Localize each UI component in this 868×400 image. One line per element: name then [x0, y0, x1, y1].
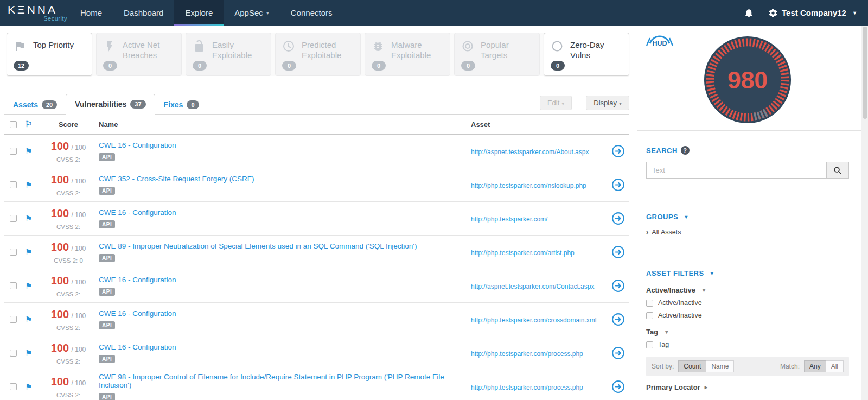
- filter-group-label[interactable]: Tag ▾: [646, 328, 849, 336]
- filter-group-label[interactable]: Active/Inactive ▾: [646, 286, 849, 294]
- cvss-label: CVSS 2:: [38, 325, 99, 331]
- risk-meter-card[interactable]: Malware Exploitable 0: [365, 33, 450, 76]
- asset-link[interactable]: http://php.testsparker.com/process.php: [471, 384, 583, 391]
- nav-item[interactable]: Explore: [174, 0, 224, 26]
- risk-meter-card[interactable]: Popular Targets 0: [454, 33, 540, 76]
- open-detail-arrow-icon[interactable]: [611, 313, 625, 326]
- card-count-badge: 0: [551, 61, 565, 71]
- risk-meter-card[interactable]: Active Net Breaches 0: [96, 33, 182, 76]
- flag-icon[interactable]: ⚑: [20, 247, 38, 257]
- row-checkbox[interactable]: [10, 148, 17, 155]
- asset-filters-label[interactable]: ASSET FILTERS ▾: [646, 269, 849, 277]
- table-row: ⚑ 100 / 100 CVSS 2: CWE 16 - Configurati…: [4, 202, 629, 236]
- svg-text:HUD: HUD: [652, 40, 667, 47]
- vulnerability-link[interactable]: CWE 16 - Configuration: [99, 141, 465, 149]
- flag-icon[interactable]: ⚑: [20, 180, 38, 190]
- risk-meter-card[interactable]: Predicted Exploitable 0: [275, 33, 361, 76]
- group-item[interactable]: › All Assets: [646, 228, 849, 236]
- flag-icon[interactable]: ⚑: [20, 382, 38, 392]
- tab[interactable]: Vulnerabilities 37: [66, 94, 155, 115]
- asset-link[interactable]: http://aspnet.testsparker.com/About.aspx: [471, 148, 589, 156]
- tab[interactable]: Fixes 0: [155, 95, 208, 115]
- match-option-button[interactable]: All: [826, 360, 844, 372]
- expandable-filter-link[interactable]: Primary Locator ▸: [646, 383, 849, 391]
- flag-icon[interactable]: ⚑: [20, 147, 38, 156]
- chevron-down-icon: ▾: [685, 214, 688, 220]
- search-input[interactable]: [646, 162, 826, 179]
- nav-item[interactable]: AppSec ▾: [224, 0, 280, 26]
- chevron-right-icon: ▸: [705, 384, 708, 391]
- kenna-logo[interactable]: KΞNNA Security: [0, 0, 69, 26]
- sort-option-button[interactable]: Name: [706, 360, 734, 372]
- nav-item[interactable]: Home: [69, 0, 113, 26]
- asset-link[interactable]: http://php.testsparker.com/crossdomain.x…: [471, 316, 596, 324]
- asset-link[interactable]: http://aspnet.testsparker.com/Contact.as…: [471, 283, 594, 290]
- asset-link[interactable]: http://php.testsparker.com/: [471, 215, 547, 223]
- display-button[interactable]: Display▾: [586, 96, 629, 110]
- help-icon[interactable]: ?: [681, 146, 690, 155]
- risk-meter-card[interactable]: Top Priority 12: [7, 33, 92, 76]
- vulnerability-link[interactable]: CWE 352 - Cross-Site Request Forgery (CS…: [99, 175, 465, 183]
- asset-link[interactable]: http://php.testsparker.com/artist.php: [471, 249, 575, 257]
- gear-icon: [768, 8, 778, 18]
- row-checkbox[interactable]: [10, 181, 17, 188]
- row-checkbox[interactable]: [10, 249, 17, 256]
- scrollbar-thumb[interactable]: [863, 27, 867, 119]
- open-detail-arrow-icon[interactable]: [611, 212, 625, 225]
- asset-link[interactable]: http://php.testsparker.com/nslookup.php: [471, 182, 586, 189]
- account-menu[interactable]: Test Company12 ▾: [768, 8, 856, 18]
- risk-score: 100: [51, 308, 69, 320]
- vulnerability-link[interactable]: CWE 16 - Configuration: [99, 276, 465, 284]
- row-checkbox[interactable]: [10, 316, 17, 323]
- risk-score-gauge[interactable]: 980: [646, 33, 849, 125]
- row-checkbox[interactable]: [10, 215, 17, 222]
- filter-group: Active/Inactive ▾ Active/Inactive Active…: [646, 286, 849, 319]
- vulnerability-link[interactable]: CWE 89 - Improper Neutralization of Spec…: [99, 242, 465, 250]
- row-checkbox[interactable]: [10, 383, 17, 390]
- filter-checkbox[interactable]: [646, 300, 653, 307]
- nav-item[interactable]: Dashboard: [113, 0, 174, 26]
- risk-score: 100: [51, 174, 69, 186]
- flag-icon[interactable]: ⚑: [20, 281, 38, 291]
- unlock-icon: [193, 40, 206, 53]
- open-detail-arrow-icon[interactable]: [611, 346, 625, 360]
- vertical-scrollbar[interactable]: [861, 26, 868, 400]
- sort-option-button[interactable]: Count: [678, 360, 706, 372]
- flag-icon[interactable]: ⚑: [20, 315, 38, 325]
- flag-column-icon[interactable]: ⚐: [20, 119, 38, 129]
- risk-meter-card[interactable]: Zero-Day Vulns 0: [544, 33, 629, 76]
- card-count-badge: 0: [461, 61, 475, 71]
- tab[interactable]: Assets 20: [4, 95, 66, 115]
- api-tag-badge: API: [99, 254, 115, 262]
- vulnerability-link[interactable]: CWE 16 - Configuration: [99, 208, 465, 217]
- hud-logo[interactable]: HUD: [645, 32, 674, 50]
- nav-item[interactable]: Connectors: [280, 0, 343, 26]
- risk-meter-card[interactable]: Easily Exploitable 0: [186, 33, 271, 76]
- open-detail-arrow-icon[interactable]: [611, 380, 625, 393]
- open-detail-arrow-icon[interactable]: [611, 279, 625, 293]
- bell-icon[interactable]: [744, 8, 754, 18]
- open-detail-arrow-icon[interactable]: [611, 245, 625, 259]
- row-checkbox[interactable]: [10, 350, 17, 357]
- cvss-label: CVSS 2: 0: [38, 257, 99, 264]
- cvss-label: CVSS 2:: [38, 291, 99, 297]
- edit-button[interactable]: Edit▾: [540, 96, 572, 110]
- vulnerability-link[interactable]: CWE 98 - Improper Control of Filename fo…: [99, 373, 465, 389]
- select-all-checkbox[interactable]: [10, 121, 17, 128]
- filter-checkbox[interactable]: [646, 312, 653, 319]
- open-detail-arrow-icon[interactable]: [611, 178, 625, 192]
- chevron-down-icon: ▾: [619, 100, 622, 106]
- open-detail-arrow-icon[interactable]: [611, 144, 625, 158]
- search-button[interactable]: [826, 162, 849, 179]
- asset-link[interactable]: http://php.testsparker.com/process.php: [471, 350, 583, 358]
- row-checkbox[interactable]: [10, 282, 17, 289]
- vulnerability-link[interactable]: CWE 16 - Configuration: [99, 343, 465, 351]
- groups-section-label[interactable]: GROUPS ▾: [646, 213, 849, 221]
- vulnerability-link[interactable]: CWE 16 - Configuration: [99, 309, 465, 318]
- filter-checkbox[interactable]: [646, 341, 653, 348]
- search-section-label: SEARCH ?: [646, 146, 849, 155]
- flag-icon[interactable]: ⚑: [20, 348, 38, 358]
- flag-icon[interactable]: ⚑: [20, 214, 38, 224]
- chevron-down-icon: ▾: [853, 10, 856, 16]
- match-option-button[interactable]: Any: [804, 360, 826, 372]
